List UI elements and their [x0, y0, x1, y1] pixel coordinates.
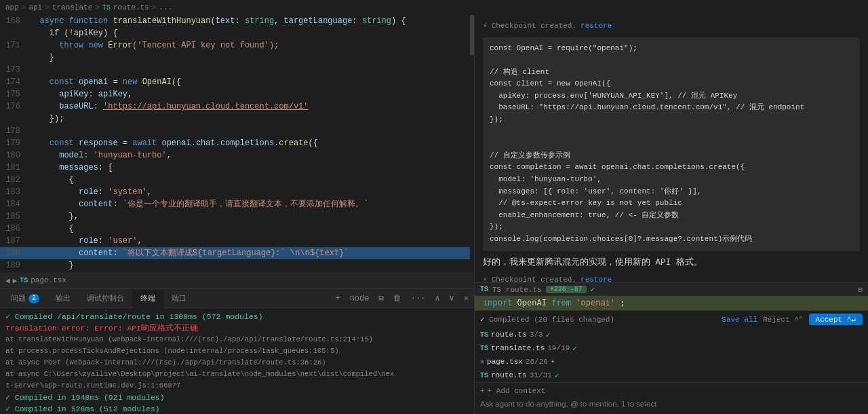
file-list: TSroute.ts 3/3 ✓TStranslate.ts 19/19 ✓⚛p… — [475, 328, 868, 382]
tab-output[interactable]: 输出 — [47, 289, 79, 308]
breadcrumb-hint-file[interactable]: page.tsx — [31, 276, 66, 284]
reject-button[interactable]: Reject ^⌃ — [763, 315, 803, 324]
file-count: 3/3 — [530, 331, 543, 339]
close-terminal-btn[interactable]: ✕ — [461, 292, 471, 305]
tab-ports[interactable]: 端口 — [163, 289, 195, 308]
line-content: role: 'system', — [27, 186, 474, 198]
line-content: } — [27, 259, 474, 271]
code-line: 178 — [0, 125, 474, 137]
agent-input[interactable] — [480, 400, 863, 408]
tab-debug-label: 调试控制台 — [87, 293, 124, 303]
files-changed-label: ✓ Completed (20 files changed) — [480, 315, 614, 324]
line-number: 175 — [0, 88, 27, 100]
file-check-icon: • — [551, 358, 555, 366]
line-number: 188 — [0, 247, 27, 259]
diff-file-name: TS route.ts — [492, 286, 542, 294]
code-line: 184 content: `你是一个专业的翻译助手，请直接翻译文本，不要添加任何… — [0, 198, 474, 210]
line-number: 186 — [0, 223, 27, 235]
new-terminal-btn[interactable]: + — [332, 293, 342, 305]
line-number: 190 — [0, 271, 27, 272]
breadcrumb-forward-icon[interactable]: ▶ — [13, 276, 18, 285]
line-content: content: `你是一个专业的翻译助手，请直接翻译文本，不要添加任何解释。` — [27, 198, 474, 210]
scroll-down-btn[interactable]: ∨ — [447, 292, 457, 305]
scroll-up-btn[interactable]: ∧ — [432, 292, 442, 305]
diff-line: import OpenAI from 'openai' ; — [475, 296, 868, 310]
breadcrumb-translate[interactable]: translate — [52, 3, 92, 12]
breadcrumb-app[interactable]: app — [5, 3, 19, 12]
code-line: 175 apiKey: apiKey, — [0, 88, 474, 100]
file-name: route.ts — [491, 371, 527, 379]
node-btn[interactable]: node — [347, 293, 372, 305]
line-content: const openai = new OpenAI({ — [27, 76, 474, 88]
file-count: 19/19 — [547, 344, 570, 352]
tab-debug[interactable]: 调试控制台 — [79, 289, 132, 308]
line-number: 189 — [0, 259, 27, 271]
delete-btn[interactable]: 🗑 — [391, 292, 404, 305]
line-content: role: 'user', — [27, 235, 474, 247]
code-editor[interactable]: 168 async function translateWithHunyuan(… — [0, 15, 474, 272]
line-content: messages: [ — [27, 162, 474, 174]
save-all-button[interactable]: Save all — [722, 316, 757, 324]
code-line: 187 role: 'user', — [0, 235, 474, 247]
terminal-tabs: 问题 2 输出 调试控制台 终端 端口 + node ⊟ — [0, 289, 474, 308]
file-item[interactable]: TSroute.ts 3/3 ✓ — [475, 328, 868, 341]
code-line: 173 — [0, 64, 474, 76]
main-area: 168 async function translateWithHunyuan(… — [0, 15, 868, 414]
line-number: 174 — [0, 76, 27, 88]
terminal-panel: 问题 2 输出 调试控制台 终端 端口 + node ⊟ — [0, 288, 474, 414]
diff-check-icon: ✓ — [591, 285, 595, 294]
tab-problems-label: 问题 — [11, 293, 26, 303]
ai-panel: ⚡ Checkpoint created. restore const Open… — [475, 15, 868, 414]
line-content: if (!apiKey) { — [27, 27, 474, 39]
tab-problems[interactable]: 问题 2 — [3, 289, 47, 308]
checkpoint-bar-1: ⚡ Checkpoint created. restore — [483, 20, 860, 32]
line-content: async function translateWithHunyuan(text… — [27, 15, 474, 27]
tab-terminal[interactable]: 终端 — [132, 289, 163, 308]
completed-text: Completed (20 files changed) — [489, 316, 614, 324]
add-context-button[interactable]: + + Add context — [480, 387, 863, 395]
code-line: } — [0, 52, 474, 64]
terminal-line: ✓ Compiled in 1948ms (921 modules) — [5, 392, 469, 403]
code-line: if (!apiKey) { — [0, 27, 474, 39]
code-line: 186 { — [0, 223, 474, 235]
diff-header: TS TS route.ts +226 -67 ✓ ⊟ — [475, 282, 868, 296]
tab-ports-label: 端口 — [172, 293, 186, 303]
code-panel: 168 async function translateWithHunyuan(… — [0, 15, 475, 414]
files-header: ✓ Completed (20 files changed) Save all … — [475, 311, 868, 328]
breadcrumb-api[interactable]: api — [28, 3, 42, 12]
code-line: 176 baseURL: 'https://api.hunyuan.cloud.… — [0, 100, 474, 113]
line-number: 171 — [0, 39, 27, 52]
breadcrumb-file[interactable]: route.ts — [113, 3, 149, 12]
file-item[interactable]: TStranslate.ts 19/19 ✓ — [475, 341, 868, 355]
file-name: page.tsx — [487, 358, 523, 366]
checkpoint-text-2: Checkpoint created. — [492, 274, 576, 282]
file-item[interactable]: ⚛page.tsx 26/26 • — [475, 355, 868, 369]
sep4: > — [152, 3, 157, 12]
diff-collapse-btn[interactable]: ⊟ — [858, 285, 863, 294]
line-number: 185 — [0, 210, 27, 223]
breadcrumb-back-icon[interactable]: ◀ — [5, 276, 10, 285]
editor-breadcrumb: ◀ ▶ TS page.tsx — [0, 272, 474, 288]
restore-link-2[interactable]: restore — [580, 274, 612, 282]
breadcrumb-ts-icon: TS — [20, 277, 28, 284]
more-btn[interactable]: ··· — [408, 293, 429, 305]
sep3: > — [95, 3, 100, 12]
terminal-line: t-server\app-route.runtime.dev.js:1:6687… — [5, 380, 469, 392]
scrollbar-thumb[interactable] — [470, 15, 474, 56]
line-content: { — [27, 223, 474, 235]
terminal-line: at async POST (webpack-internal:///(rsc)… — [5, 357, 469, 369]
code-line: 189 } — [0, 259, 474, 271]
line-number: 187 — [0, 235, 27, 247]
restore-link-1[interactable]: restore — [580, 20, 612, 32]
split-btn[interactable]: ⊟ — [376, 292, 386, 305]
file-item[interactable]: TSroute.ts 31/31 ✓ — [475, 369, 868, 382]
sep1: > — [22, 3, 26, 12]
line-number: 182 — [0, 174, 27, 186]
terminal-line: ✓ Compiled /api/translate/route in 1308m… — [5, 311, 469, 322]
checkpoint-icon-1: ⚡ — [483, 20, 488, 32]
line-content: const response = await openai.chat.compl… — [27, 137, 474, 149]
scrollbar-track[interactable] — [470, 15, 474, 272]
terminal-line: at async C:\Users\zyailive\Desktop\proje… — [5, 369, 469, 380]
accept-button[interactable]: Accept ^↵ — [809, 314, 863, 325]
line-content: }); — [27, 113, 474, 125]
